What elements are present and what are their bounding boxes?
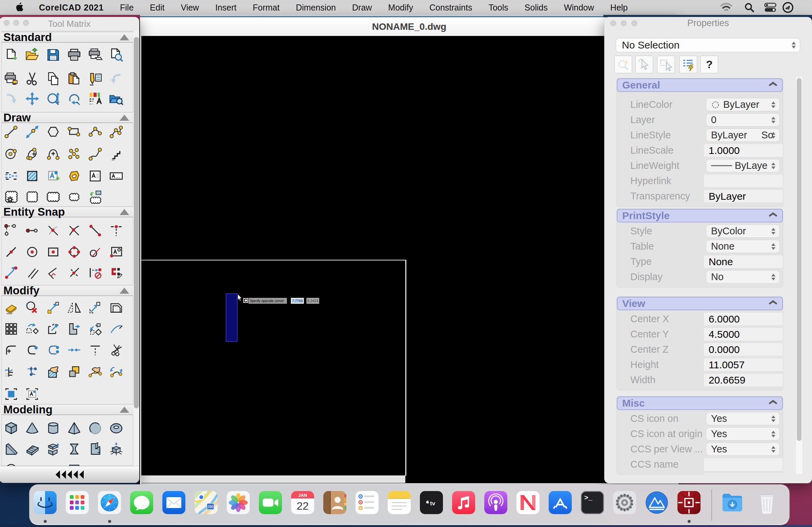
svg-text:22: 22 [296,500,309,512]
svg-text:280: 280 [207,504,214,509]
svg-text:tv: tv [430,500,435,507]
svg-text:JAN: JAN [298,493,307,498]
svg-text:>_: >_ [584,494,593,502]
